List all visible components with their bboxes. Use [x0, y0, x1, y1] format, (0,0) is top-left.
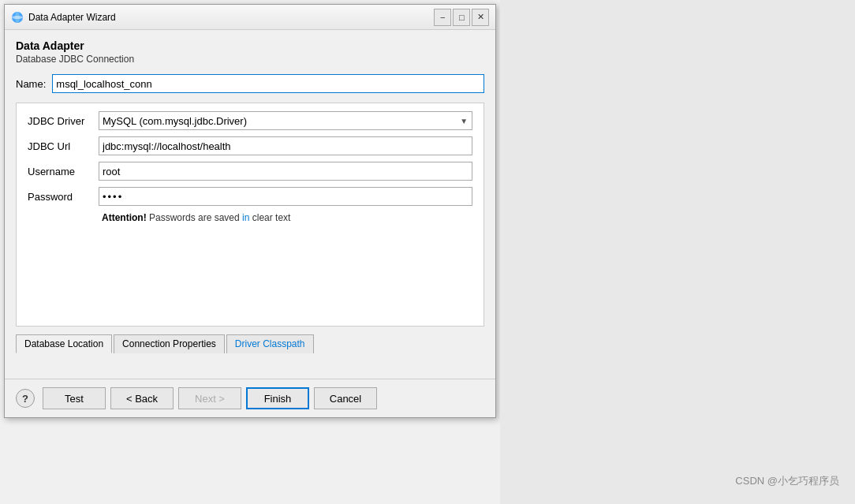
maximize-button[interactable]: □ — [453, 9, 470, 26]
jdbc-url-label: JDBC Url — [28, 140, 99, 152]
name-label: Name: — [16, 78, 46, 90]
username-row: Username — [28, 162, 472, 181]
minimize-button[interactable]: − — [434, 9, 451, 26]
username-label: Username — [28, 166, 99, 177]
test-button[interactable]: Test — [43, 387, 106, 409]
dialog-content: Data Adapter Database JDBC Connection Na… — [5, 30, 495, 363]
tabs-area: Database Location Connection Properties … — [16, 334, 484, 353]
button-row: ? Test < Back Next > Finish Cancel — [5, 379, 495, 417]
close-button[interactable]: ✕ — [472, 9, 489, 26]
title-bar: Data Adapter Wizard − □ ✕ — [5, 5, 495, 30]
cancel-button[interactable]: Cancel — [314, 387, 377, 409]
jdbc-driver-label: JDBC Driver — [28, 115, 99, 127]
tab-driver-classpath[interactable]: Driver Classpath — [226, 334, 314, 353]
password-input[interactable] — [99, 187, 472, 206]
background-area: CSDN @小乞巧程序员 — [500, 0, 855, 504]
jdbc-driver-select-wrapper: MySQL (com.mysql.jdbc.Driver) PostgreSQL… — [99, 111, 472, 130]
attention-bold: Attention! — [102, 212, 147, 223]
jdbc-url-input[interactable] — [99, 136, 472, 155]
watermark: CSDN @小乞巧程序员 — [735, 474, 839, 488]
bottom-spacer — [5, 363, 495, 379]
jdbc-driver-select[interactable]: MySQL (com.mysql.jdbc.Driver) PostgreSQL… — [99, 111, 472, 130]
tab-database-location[interactable]: Database Location — [16, 334, 112, 353]
jdbc-driver-row: JDBC Driver MySQL (com.mysql.jdbc.Driver… — [28, 111, 472, 130]
password-label: Password — [28, 191, 99, 203]
attention-highlight: in — [242, 212, 249, 223]
attention-text: Attention! Passwords are saved in clear … — [102, 212, 472, 223]
panel-spacer — [28, 223, 472, 318]
tab-connection-properties[interactable]: Connection Properties — [114, 334, 225, 353]
password-row: Password — [28, 187, 472, 206]
jdbc-panel: JDBC Driver MySQL (com.mysql.jdbc.Driver… — [16, 103, 484, 327]
title-bar-text: Data Adapter Wizard — [28, 12, 434, 23]
jdbc-url-row: JDBC Url — [28, 136, 472, 155]
username-input[interactable] — [99, 162, 472, 181]
attention-text-part: Passwords are saved — [147, 212, 242, 223]
attention-text-part2: clear text — [249, 212, 290, 223]
dialog-subtitle: Database JDBC Connection — [16, 54, 484, 65]
dialog-title: Data Adapter — [16, 39, 484, 52]
next-button[interactable]: Next > — [178, 387, 241, 409]
name-input[interactable] — [52, 74, 484, 93]
dialog-window: Data Adapter Wizard − □ ✕ Data Adapter D… — [4, 4, 496, 418]
help-button[interactable]: ? — [16, 389, 35, 408]
app-icon — [11, 11, 24, 24]
name-row: Name: — [16, 74, 484, 93]
back-button[interactable]: < Back — [110, 387, 174, 409]
title-bar-buttons: − □ ✕ — [434, 9, 489, 26]
finish-button[interactable]: Finish — [246, 387, 309, 409]
svg-point-2 — [12, 16, 23, 19]
